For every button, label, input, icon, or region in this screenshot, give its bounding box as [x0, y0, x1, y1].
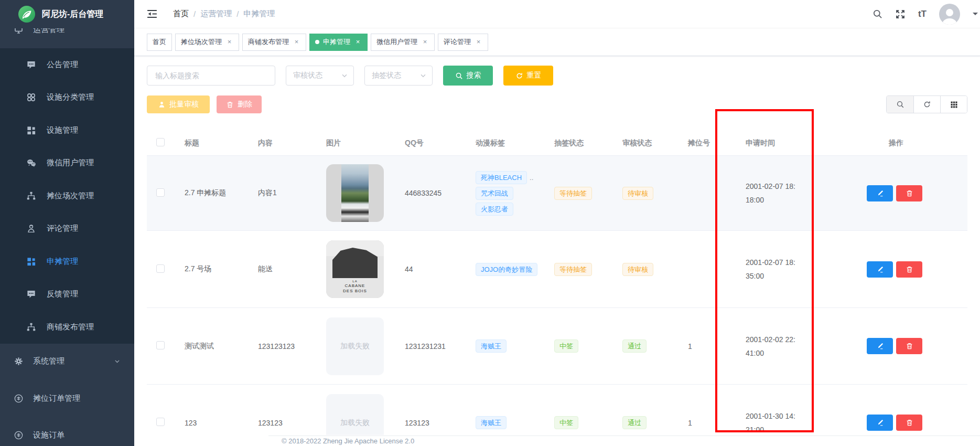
trash-icon	[226, 101, 234, 109]
search-button[interactable]: 搜索	[443, 66, 493, 86]
sidebar-item-booth-apply-management[interactable]: 申摊管理	[0, 245, 134, 278]
row-checkbox[interactable]	[156, 418, 165, 426]
fullscreen-icon[interactable]	[895, 9, 906, 19]
delete-button[interactable]	[896, 338, 922, 354]
cell-title: 123	[178, 419, 252, 427]
close-icon[interactable]: ×	[354, 38, 362, 46]
tab-comment[interactable]: 评论管理×	[438, 34, 488, 51]
order-circle-icon	[14, 430, 24, 440]
refresh-icon[interactable]	[913, 96, 940, 113]
select-all-checkbox[interactable]	[156, 138, 165, 146]
column-header-apply-time: 申请时间	[739, 139, 865, 148]
close-icon[interactable]: ×	[225, 38, 233, 46]
sidebar-item-system-management[interactable]: 系统管理	[0, 346, 134, 376]
cell-apply-time: 2001-01-30 14:21:00	[739, 409, 865, 436]
button-label: 搜索	[467, 71, 481, 80]
lottery-status-badge: 中签	[554, 416, 578, 429]
operations-row: 批量审核 删除	[147, 95, 967, 113]
tags-overflow: ..	[530, 174, 533, 182]
font-size-icon[interactable]: tT	[918, 9, 927, 19]
tab-shop-publish[interactable]: 商铺发布管理×	[242, 34, 306, 51]
page-content: 审核状态 抽签状态 搜索 重置 批量审核 删除	[134, 66, 980, 435]
cell-qq: 44	[399, 265, 469, 273]
image-load-failed: 加载失败	[326, 394, 384, 436]
anime-tag: 海贼王	[476, 416, 507, 429]
edit-button[interactable]	[867, 338, 893, 354]
toggle-search-icon[interactable]	[887, 96, 913, 113]
sidebar-item-facility-category-management[interactable]: 设施分类管理	[0, 81, 134, 114]
edit-button[interactable]	[867, 261, 893, 278]
navbar-right-tools: tT	[873, 4, 980, 25]
delete-button[interactable]	[896, 185, 922, 201]
sitemap-icon	[26, 191, 36, 201]
breadcrumb-separator: /	[236, 9, 239, 18]
lottery-status-badge: 等待抽签	[554, 187, 592, 200]
audit-status-badge: 通过	[622, 339, 647, 353]
edit-button[interactable]	[867, 185, 893, 201]
delete-button[interactable]	[896, 415, 922, 431]
sidebar-collapse-icon[interactable]	[146, 9, 158, 19]
column-header-lottery-status: 抽签状态	[548, 139, 616, 148]
sidebar-item-label: 申摊管理	[47, 257, 78, 267]
sidebar-item-wechat-user-management[interactable]: 微信用户管理	[0, 147, 134, 180]
tab-label: 微信用户管理	[376, 37, 417, 47]
person-icon	[158, 101, 166, 109]
close-icon[interactable]: ×	[293, 38, 300, 46]
cell-content: 123123	[252, 419, 320, 427]
tab-home[interactable]: 首页	[147, 34, 172, 51]
sidebar-item-comment-management[interactable]: 评论管理	[0, 213, 134, 246]
sidebar-item-label: 摊位场次管理	[47, 191, 94, 201]
breadcrumb-current: 申摊管理	[243, 9, 275, 19]
search-icon[interactable]	[873, 9, 882, 19]
cell-content: 内容1	[252, 188, 320, 198]
grid-columns-icon[interactable]	[940, 96, 967, 113]
sidebar-item-booth-session-management[interactable]: 摊位场次管理	[0, 179, 134, 213]
sidebar-item-label: 评论管理	[47, 224, 78, 233]
footer-copyright: © 2018-2022 Zheng Jie Apache License 2.0	[268, 436, 980, 446]
lottery-status-select[interactable]: 抽签状态	[364, 66, 433, 86]
sidebar-item-facility-management[interactable]: 设施管理	[0, 114, 134, 147]
row-checkbox[interactable]	[156, 264, 165, 273]
cell-apply-time: 2001-02-07 18:18:00	[739, 179, 865, 207]
sidebar: 运营管理 公告管理 设施分类管理 设施管理 微信用户管理 摊位场次管理 评论管理	[0, 0, 134, 446]
cell-booth-no: 1	[682, 419, 739, 427]
batch-delete-button[interactable]: 删除	[217, 95, 262, 113]
row-checkbox[interactable]	[156, 188, 165, 197]
caret-down-icon[interactable]	[973, 13, 978, 18]
delete-button[interactable]	[896, 261, 922, 278]
column-header-booth-no: 摊位号	[682, 139, 739, 148]
row-checkbox[interactable]	[156, 341, 165, 349]
tab-booth-apply[interactable]: 申摊管理×	[309, 34, 368, 51]
sidebar-item-label: 微信用户管理	[47, 158, 94, 168]
audit-status-badge: 通过	[622, 416, 647, 429]
title-search-input[interactable]	[147, 66, 275, 86]
edit-button[interactable]	[867, 415, 893, 431]
booth-apply-table: 标题 内容 图片 QQ号 动漫标签 抽签状态 审核状态 摊位号 申请时间 操作 …	[147, 131, 967, 435]
lottery-status-badge: 中签	[554, 339, 578, 353]
sidebar-item-booth-order-management[interactable]: 摊位订单管理	[0, 384, 134, 413]
order-circle-icon	[14, 394, 24, 403]
sidebar-item-label: 设施订单	[33, 430, 64, 440]
breadcrumb-operation: 运营管理	[200, 9, 232, 19]
gear-icon	[14, 356, 24, 366]
avatar[interactable]	[939, 4, 960, 25]
app-title: 阿尼坊-后台管理	[42, 9, 103, 20]
person-icon	[26, 224, 36, 233]
sidebar-item-facility-order[interactable]: 设施订单	[0, 420, 134, 446]
sidebar-item-feedback-management[interactable]: 反馈管理	[0, 278, 134, 311]
reset-button[interactable]: 重置	[503, 66, 553, 86]
close-icon[interactable]: ×	[475, 38, 482, 46]
sidebar-submenu: 公告管理 设施分类管理 设施管理 微信用户管理 摊位场次管理 评论管理 申摊管理	[0, 48, 134, 344]
column-header-operations: 操作	[865, 139, 967, 148]
tab-booth-session[interactable]: 摊位场次管理×	[175, 34, 239, 51]
cell-anime-tags: 死神BLEACH.. 咒术回战 火影忍者	[469, 171, 548, 216]
sidebar-item-shop-publish-management[interactable]: 商铺发布管理	[0, 311, 134, 344]
cell-qq: 446833245	[399, 189, 469, 197]
close-icon[interactable]: ×	[421, 38, 429, 46]
breadcrumb-home[interactable]: 首页	[173, 9, 189, 19]
audit-status-select[interactable]: 审核状态	[286, 66, 354, 86]
sidebar-item-announcement-management[interactable]: 公告管理	[0, 48, 134, 81]
tab-wechat-user[interactable]: 微信用户管理×	[371, 34, 435, 51]
cell-qq: 1231231231	[399, 342, 469, 351]
batch-audit-button[interactable]: 批量审核	[147, 95, 210, 113]
